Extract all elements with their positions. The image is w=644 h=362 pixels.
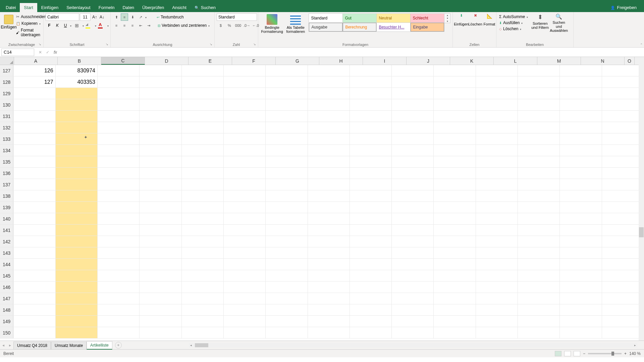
- cell[interactable]: [224, 76, 266, 87]
- cell[interactable]: [308, 122, 350, 133]
- cell[interactable]: [98, 316, 140, 327]
- cell[interactable]: [13, 133, 55, 144]
- cell[interactable]: [476, 65, 518, 76]
- cell[interactable]: [56, 133, 98, 144]
- hscroll-right[interactable]: ▸: [633, 344, 637, 347]
- cell[interactable]: [392, 133, 434, 144]
- cell[interactable]: [560, 225, 602, 236]
- tab-tell-me[interactable]: Suchen: [191, 3, 220, 12]
- cell[interactable]: [140, 99, 181, 110]
- cell[interactable]: [350, 304, 392, 315]
- cell[interactable]: [518, 190, 560, 201]
- col-header-B[interactable]: B: [58, 57, 101, 65]
- cancel-formula-button[interactable]: ✕: [37, 49, 44, 56]
- cell[interactable]: [308, 179, 350, 190]
- cell[interactable]: [392, 156, 434, 167]
- cell[interactable]: [476, 316, 518, 327]
- cell[interactable]: [476, 156, 518, 167]
- row-header[interactable]: 136: [0, 168, 13, 179]
- vertical-scrollbar[interactable]: [639, 57, 644, 341]
- cell[interactable]: [476, 259, 518, 270]
- tab-view[interactable]: Ansicht: [168, 3, 191, 12]
- cell[interactable]: [518, 316, 560, 327]
- cell[interactable]: [560, 122, 602, 133]
- number-dialog-launcher[interactable]: [253, 43, 257, 47]
- cell[interactable]: [350, 145, 392, 156]
- cell[interactable]: [560, 145, 602, 156]
- view-page-layout-button[interactable]: [564, 351, 571, 356]
- cell[interactable]: [434, 122, 476, 133]
- cell[interactable]: [182, 270, 224, 281]
- cell-style-gut[interactable]: Gut: [343, 14, 376, 22]
- cell[interactable]: [560, 190, 602, 201]
- cell[interactable]: [13, 259, 55, 270]
- cell-style-neutral[interactable]: Neutral: [377, 14, 410, 22]
- tab-page-layout[interactable]: Seitenlayout: [62, 3, 95, 12]
- currency-button[interactable]: $: [217, 22, 225, 29]
- cell[interactable]: [560, 236, 602, 247]
- cell[interactable]: [140, 65, 181, 76]
- col-header-C[interactable]: C: [101, 57, 145, 65]
- cell[interactable]: [56, 99, 98, 110]
- col-header-O[interactable]: O: [625, 57, 635, 65]
- cell[interactable]: [392, 145, 434, 156]
- cell[interactable]: [350, 168, 392, 179]
- cell[interactable]: [140, 76, 181, 87]
- cell[interactable]: [518, 304, 560, 315]
- col-header-A[interactable]: A: [14, 57, 58, 65]
- cell[interactable]: [224, 270, 266, 281]
- cell[interactable]: [182, 282, 224, 293]
- cell[interactable]: [266, 111, 308, 122]
- cell[interactable]: [56, 168, 98, 179]
- cell[interactable]: [392, 202, 434, 213]
- cell[interactable]: [602, 168, 644, 179]
- cell[interactable]: [13, 282, 55, 293]
- cell[interactable]: [518, 88, 560, 99]
- copy-button[interactable]: Kopieren: [15, 21, 47, 26]
- font-color-button[interactable]: [97, 22, 106, 29]
- cell[interactable]: [140, 259, 181, 270]
- col-header-M[interactable]: M: [537, 57, 581, 65]
- row-header[interactable]: 139: [0, 202, 13, 213]
- cell[interactable]: [98, 259, 140, 270]
- col-header-H[interactable]: H: [319, 57, 363, 65]
- cell[interactable]: [308, 236, 350, 247]
- cell[interactable]: [182, 179, 224, 190]
- increase-indent-button[interactable]: ⇥: [145, 22, 152, 29]
- cell[interactable]: [560, 99, 602, 110]
- cell[interactable]: [224, 213, 266, 224]
- cell[interactable]: [13, 190, 55, 201]
- zoom-value[interactable]: 140 %: [629, 351, 641, 356]
- cell[interactable]: [98, 293, 140, 304]
- cell[interactable]: [56, 270, 98, 281]
- cell[interactable]: [350, 65, 392, 76]
- cell[interactable]: [56, 316, 98, 327]
- font-color-dropdown-icon[interactable]: [107, 23, 109, 28]
- cell[interactable]: [434, 236, 476, 247]
- row-header[interactable]: 135: [0, 156, 13, 167]
- cell[interactable]: [476, 236, 518, 247]
- sheet-tab-3[interactable]: Artikelliste: [87, 341, 112, 350]
- cell[interactable]: [350, 122, 392, 133]
- cell[interactable]: [182, 236, 224, 247]
- decrease-indent-button[interactable]: ⇤: [137, 22, 144, 29]
- cell[interactable]: [98, 179, 140, 190]
- cell[interactable]: [476, 202, 518, 213]
- cell[interactable]: [392, 88, 434, 99]
- cell[interactable]: [266, 65, 308, 76]
- cell[interactable]: [224, 168, 266, 179]
- cell[interactable]: [434, 88, 476, 99]
- cell[interactable]: [308, 156, 350, 167]
- cell[interactable]: [560, 213, 602, 224]
- cell[interactable]: [224, 304, 266, 315]
- cell[interactable]: [13, 270, 55, 281]
- cell[interactable]: [266, 270, 308, 281]
- name-box[interactable]: [1, 49, 34, 56]
- cell[interactable]: [140, 270, 181, 281]
- new-sheet-button[interactable]: +: [115, 342, 122, 349]
- align-right-button[interactable]: ≡: [129, 22, 136, 29]
- cell[interactable]: [13, 293, 55, 304]
- cell[interactable]: [224, 236, 266, 247]
- cell[interactable]: [602, 316, 644, 327]
- row-header[interactable]: 133: [0, 133, 13, 144]
